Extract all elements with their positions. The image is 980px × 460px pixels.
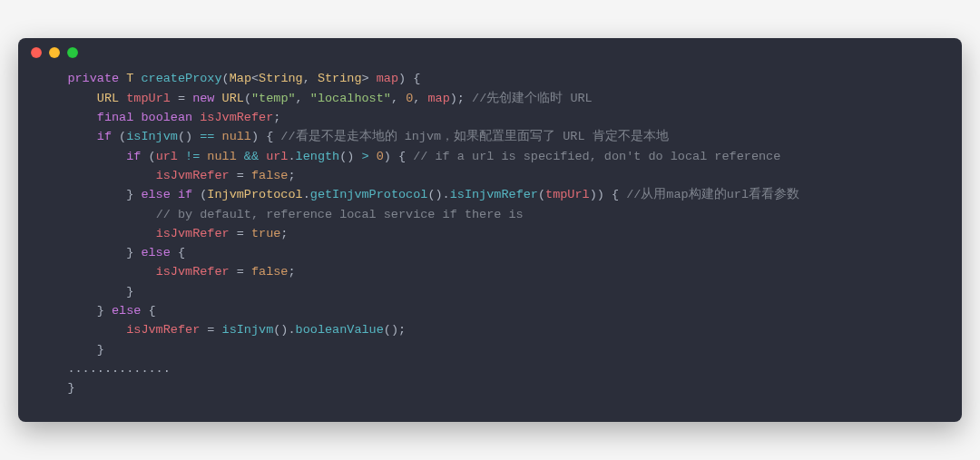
code-block: private T createProxy(Map<String, String…	[18, 64, 962, 422]
code-line: final boolean isJvmRefer;	[38, 108, 942, 127]
code-window: private T createProxy(Map<String, String…	[18, 38, 962, 422]
code-line: } else {	[38, 243, 942, 262]
code-line: }	[38, 282, 942, 301]
code-line: // by default, reference local service i…	[38, 205, 942, 224]
code-line: if (isInjvm() == null) { //看是不是走本地的 injv…	[38, 127, 942, 146]
code-line: ..............	[38, 359, 942, 378]
code-line: if (url != null && url.length() > 0) { /…	[38, 147, 942, 166]
code-line: private T createProxy(Map<String, String…	[38, 69, 942, 88]
code-line: } else {	[38, 301, 942, 320]
code-line: }	[38, 340, 942, 359]
code-line: isJvmRefer = true;	[38, 224, 942, 243]
close-icon[interactable]	[31, 47, 42, 58]
window-titlebar	[18, 38, 962, 64]
code-line: }	[38, 378, 942, 397]
code-line: isJvmRefer = isInjvm().booleanValue();	[38, 320, 942, 339]
code-line: } else if (InjvmProtocol.getInjvmProtoco…	[38, 185, 942, 204]
code-line: URL tmpUrl = new URL("temp", "localhost"…	[38, 89, 942, 108]
zoom-icon[interactable]	[67, 47, 78, 58]
minimize-icon[interactable]	[49, 47, 60, 58]
code-line: isJvmRefer = false;	[38, 262, 942, 281]
code-line: isJvmRefer = false;	[38, 166, 942, 185]
